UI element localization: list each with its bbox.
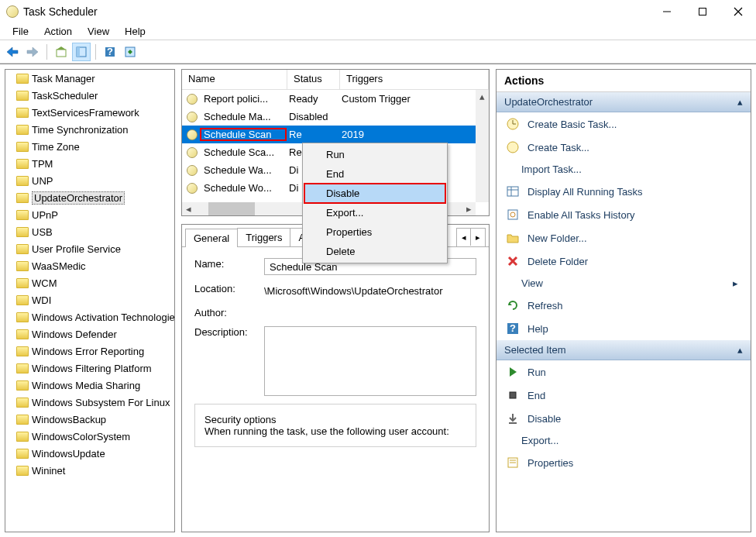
action-item[interactable]: Create Basic Task...	[497, 112, 751, 136]
tree-item[interactable]: UpdateOrchestrator	[5, 189, 175, 206]
tree-item[interactable]: WindowsUpdate	[5, 445, 175, 462]
task-trigger: 2019	[338, 129, 489, 140]
minimize-button[interactable]	[649, 0, 685, 23]
action-item[interactable]: Disable	[497, 407, 751, 430]
scroll-left-icon[interactable]: ◂	[182, 202, 195, 215]
tree-item[interactable]: Time Zone	[5, 138, 175, 155]
scroll-up-icon[interactable]: ▴	[476, 90, 489, 103]
context-menu-item[interactable]: Delete	[304, 242, 445, 261]
vertical-scrollbar[interactable]: ▴	[476, 90, 489, 202]
folder-icon	[16, 295, 29, 305]
menu-help[interactable]: Help	[117, 24, 153, 39]
tab-general[interactable]: General	[185, 229, 238, 247]
task-name: Report polici...	[201, 93, 286, 105]
tree-item-label: UPnP	[32, 209, 58, 221]
action-pane-button[interactable]	[52, 43, 70, 61]
location-label: Location:	[194, 283, 264, 294]
context-menu-item[interactable]: End	[304, 164, 445, 184]
extra-button[interactable]	[121, 43, 139, 61]
tree-item[interactable]: Task Manager	[5, 70, 175, 87]
action-item[interactable]: Display All Running Tasks	[497, 180, 751, 203]
column-name[interactable]: Name	[182, 70, 287, 89]
action-label: Help	[527, 323, 548, 335]
forward-button[interactable]	[23, 43, 42, 61]
task-name: Schedule Wo...	[201, 182, 286, 194]
tree-item[interactable]: Wininet	[5, 462, 175, 479]
tree-item-label: Time Zone	[32, 141, 80, 153]
tree-item[interactable]: Windows Media Sharing	[5, 377, 175, 394]
submenu-icon: ▸	[733, 277, 738, 289]
tab-scroll-right[interactable]: ▸	[471, 229, 485, 246]
folder-icon	[16, 227, 29, 237]
tree-item[interactable]: Windows Filtering Platform	[5, 360, 175, 377]
description-field[interactable]	[264, 326, 476, 396]
column-triggers[interactable]: Triggers	[340, 70, 489, 89]
tree-item[interactable]: WindowsBackup	[5, 411, 175, 428]
task-icon	[187, 129, 198, 140]
tree-pane[interactable]: Task ManagerTaskSchedulerTextServicesFra…	[5, 69, 175, 532]
tree-item[interactable]: WaaSMedic	[5, 257, 175, 274]
context-menu-item[interactable]: Run	[304, 145, 445, 164]
menu-bar: FileActionViewHelp	[0, 23, 756, 40]
scroll-right-icon[interactable]: ▸	[462, 202, 476, 215]
menu-file[interactable]: File	[5, 24, 36, 39]
context-menu-item[interactable]: Export...	[304, 203, 445, 222]
action-item[interactable]: New Folder...	[497, 226, 751, 250]
action-item[interactable]: ?Help	[497, 317, 751, 340]
context-menu-item[interactable]: Properties	[304, 222, 445, 242]
tree-item-label: WindowsColorSystem	[32, 431, 130, 442]
column-status[interactable]: Status	[287, 70, 340, 89]
tree-item-label: UNP	[32, 175, 53, 187]
action-item[interactable]: Run	[497, 360, 751, 384]
task-name: Schedule Ma...	[201, 111, 286, 122]
tree-item[interactable]: Windows Error Reporting	[5, 343, 175, 360]
action-item[interactable]: Export...	[497, 430, 751, 451]
folder-icon	[16, 108, 29, 118]
svg-rect-1	[699, 9, 706, 15]
security-legend: Security options	[204, 414, 277, 425]
action-item[interactable]: Import Task...	[497, 159, 751, 180]
folder-icon	[16, 466, 29, 476]
close-button[interactable]	[720, 0, 756, 23]
action-item[interactable]: View▸	[497, 273, 751, 294]
maximize-button[interactable]	[685, 0, 720, 23]
task-row[interactable]: Schedule Ma...Disabled	[182, 108, 489, 126]
tree-item[interactable]: WindowsColorSystem	[5, 428, 175, 445]
author-value	[264, 307, 476, 312]
action-item[interactable]: Create Task...	[497, 136, 751, 159]
tree-item[interactable]: UNP	[5, 172, 175, 189]
help-button[interactable]: ?	[101, 43, 119, 61]
tree-item[interactable]: USB	[5, 223, 175, 240]
tree-item[interactable]: Windows Defender	[5, 325, 175, 343]
tree-item[interactable]: TextServicesFramework	[5, 104, 175, 121]
action-item[interactable]: Refresh	[497, 294, 751, 317]
tree-item[interactable]: Windows Subsystem For Linux	[5, 394, 175, 411]
menu-view[interactable]: View	[80, 24, 117, 39]
separator	[46, 44, 47, 60]
tree-item[interactable]: TaskScheduler	[5, 87, 175, 104]
context-menu-item[interactable]: Disable	[304, 184, 445, 203]
actions-section-selected[interactable]: Selected Item ▴	[497, 340, 751, 360]
action-item[interactable]: Enable All Tasks History	[497, 203, 751, 226]
tab-scroll-left[interactable]: ◂	[457, 229, 471, 246]
task-row[interactable]: Schedule ScanRe2019	[182, 126, 489, 143]
help-icon: ?	[506, 322, 520, 336]
tab-triggers[interactable]: Triggers	[237, 228, 290, 246]
action-item[interactable]: Properties	[497, 451, 751, 474]
tree-item[interactable]: WDI	[5, 291, 175, 308]
security-text: When running the task, use the following…	[204, 425, 466, 437]
action-item[interactable]: Delete Folder	[497, 250, 751, 273]
actions-section-orchestrator[interactable]: UpdateOrchestrator ▴	[497, 92, 751, 112]
tree-item[interactable]: Windows Activation Technologies	[5, 308, 175, 325]
tree-item[interactable]: User Profile Service	[5, 240, 175, 257]
action-item[interactable]: End	[497, 384, 751, 407]
back-button[interactable]	[3, 43, 22, 61]
tree-item[interactable]: Time Synchronization	[5, 121, 175, 138]
menu-action[interactable]: Action	[36, 24, 80, 39]
view-button[interactable]	[72, 43, 91, 61]
tree-item[interactable]: WCM	[5, 274, 175, 291]
tree-item[interactable]: UPnP	[5, 206, 175, 223]
tree-item[interactable]: TPM	[5, 155, 175, 172]
scroll-thumb[interactable]	[208, 202, 255, 215]
task-row[interactable]: Report polici...ReadyCustom Trigger	[182, 90, 489, 108]
